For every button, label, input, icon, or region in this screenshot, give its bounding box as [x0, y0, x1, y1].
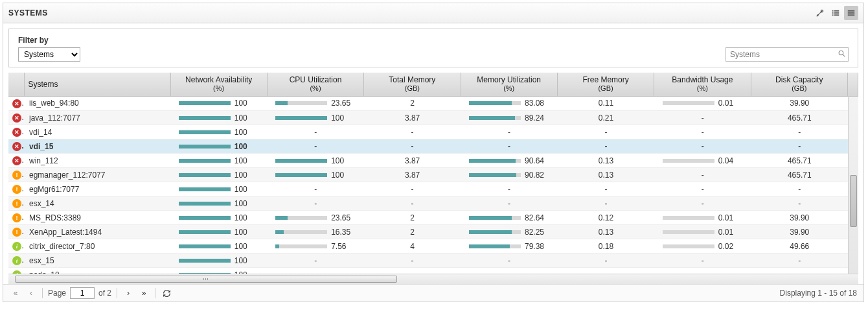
table-row[interactable]: ✕iis_web_94:8010023.65283.080.110.0139.9…: [8, 97, 858, 111]
bar-cell: 100: [174, 185, 263, 194]
col-network[interactable]: Network Availability(%): [170, 73, 267, 96]
bar-cell: 89.24: [464, 113, 553, 123]
status-info-icon: i: [12, 242, 21, 251]
bar-cell: 100: [174, 256, 263, 265]
table-row[interactable]: ✕java_112:70771001003.8789.240.21-465.71: [8, 111, 858, 125]
bar-cell: 100: [271, 171, 360, 180]
horizontal-scroll-thumb[interactable]: [15, 276, 397, 283]
svg-point-10: [839, 51, 843, 55]
vertical-scrollbar[interactable]: [848, 97, 858, 274]
svg-rect-2: [834, 10, 839, 12]
bar-cell: 100: [174, 156, 263, 165]
bar-cell: 23.65: [271, 213, 360, 222]
table-row[interactable]: !MS_RDS:338910023.65282.640.120.0139.90: [8, 211, 858, 225]
status-critical-icon: ✕: [12, 113, 21, 123]
filter-bar: Filter by Systems: [8, 29, 858, 67]
bar-cell: 82.64: [464, 213, 553, 222]
status-critical-icon: ✕: [12, 128, 21, 137]
col-disk[interactable]: Disk Capacity(GB): [751, 73, 847, 96]
status-critical-icon: ✕: [12, 156, 21, 165]
col-status[interactable]: [8, 73, 24, 96]
bar-cell: 90.64: [464, 156, 553, 165]
table-row[interactable]: !XenApp_Latest:149410016.35282.250.130.0…: [8, 225, 858, 239]
table-row[interactable]: ✕vdi_14100------: [8, 125, 858, 139]
list-view-icon[interactable]: [828, 6, 843, 20]
status-warn-icon: !: [12, 228, 21, 237]
pager-prev[interactable]: ‹: [25, 287, 37, 299]
vertical-scroll-thumb[interactable]: [850, 175, 857, 227]
bar-cell: 0.01: [658, 99, 747, 108]
pager-display: Displaying 1 - 15 of 18: [780, 289, 857, 298]
status-critical-icon: ✕: [12, 142, 21, 151]
table-row[interactable]: !egmanager_112:70771001003.8790.820.13-4…: [8, 168, 858, 182]
bar-cell: 82.25: [464, 228, 553, 237]
svg-rect-1: [832, 10, 834, 12]
bar-cell: 0.02: [658, 242, 747, 251]
horizontal-scrollbar[interactable]: [8, 274, 858, 284]
pager-last[interactable]: »: [138, 287, 150, 299]
bar-cell: 100: [271, 156, 360, 165]
tools-icon[interactable]: [813, 6, 827, 20]
col-mem-util[interactable]: Memory Utilization(%): [461, 73, 557, 96]
svg-rect-9: [848, 14, 855, 16]
table-row[interactable]: !esx_14100------: [8, 196, 858, 211]
col-mem-free[interactable]: Free Memory(GB): [557, 73, 654, 96]
bar-cell: 100: [174, 242, 263, 251]
status-warn-icon: !: [12, 199, 21, 208]
status-info-icon: i: [12, 256, 21, 265]
search-icon[interactable]: [838, 49, 846, 60]
svg-rect-5: [832, 14, 834, 16]
bar-cell: 0.01: [658, 213, 747, 222]
bar-cell: 100: [174, 142, 263, 151]
filter-left: Filter by Systems: [18, 36, 80, 62]
systems-panel: SYSTEMS Filter by Systems: [3, 3, 864, 302]
pager-page-label: Page: [48, 289, 66, 298]
system-name: egmanager_112:7077: [24, 168, 170, 182]
bar-cell: 90.82: [464, 171, 553, 180]
search-input[interactable]: [725, 47, 849, 62]
bar-cell: 16.35: [271, 228, 360, 237]
table-row[interactable]: icitrix_director_7:801007.56479.380.180.…: [8, 239, 858, 254]
table-row[interactable]: ✕win_1121001003.8790.640.130.04465.71: [8, 154, 858, 168]
filter-label: Filter by: [18, 36, 80, 45]
pager-next[interactable]: ›: [122, 287, 134, 299]
status-warn-icon: !: [12, 213, 21, 222]
system-name: java_112:7077: [24, 111, 170, 125]
bar-cell: 83.08: [464, 99, 553, 108]
table-row[interactable]: !egMgr61:7077100------: [8, 182, 858, 196]
pager: « ‹ Page of 2 › » Displaying 1 - 15 of 1…: [3, 284, 863, 302]
bar-cell: 100: [174, 228, 263, 237]
svg-rect-6: [834, 14, 839, 16]
bar-cell: 23.65: [271, 99, 360, 108]
svg-rect-8: [848, 12, 855, 14]
filter-select[interactable]: Systems: [18, 47, 80, 62]
detail-view-icon[interactable]: [844, 6, 858, 20]
table-row[interactable]: inode_10100------: [8, 268, 858, 274]
col-bw[interactable]: Bandwidth Usage(%): [654, 73, 751, 96]
system-name: vdi_14: [24, 125, 170, 139]
col-cpu[interactable]: CPU Utilization(%): [267, 73, 363, 96]
table-row[interactable]: ✕vdi_15100------: [8, 139, 858, 154]
bar-cell: 0.01: [658, 228, 747, 237]
table-row[interactable]: iesx_15100------: [8, 254, 858, 268]
pager-first[interactable]: «: [10, 287, 21, 299]
col-mem-total[interactable]: Total Memory(GB): [364, 73, 461, 96]
system-name: XenApp_Latest:1494: [24, 225, 170, 239]
pager-of-label: of 2: [98, 289, 111, 298]
col-systems[interactable]: Systems: [24, 73, 170, 96]
system-name: citrix_director_7:80: [24, 239, 170, 254]
status-critical-icon: ✕: [12, 99, 21, 108]
bar-cell: 100: [174, 99, 263, 108]
bar-cell: 100: [271, 113, 360, 123]
system-name: iis_web_94:80: [24, 97, 170, 111]
pager-refresh-icon[interactable]: [161, 287, 172, 299]
svg-rect-7: [848, 10, 855, 12]
panel-header: SYSTEMS: [3, 3, 863, 23]
pager-page-input[interactable]: [70, 287, 95, 299]
svg-rect-4: [834, 12, 839, 14]
bar-cell: 79.38: [464, 242, 553, 251]
bar-cell: 100: [174, 213, 263, 222]
grid-body[interactable]: ✕iis_web_94:8010023.65283.080.110.0139.9…: [8, 97, 858, 274]
system-name: egMgr61:7077: [24, 182, 170, 196]
search-box: [725, 47, 849, 62]
